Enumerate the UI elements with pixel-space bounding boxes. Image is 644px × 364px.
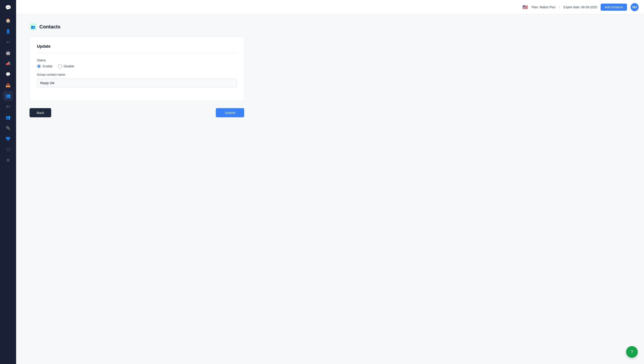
plugin-icon: 🔌 (6, 126, 10, 130)
settings-icon: ⚙ (6, 158, 10, 163)
disable-radio[interactable] (58, 64, 62, 68)
back-button[interactable]: Back (30, 108, 51, 117)
disable-option[interactable]: Disable (58, 64, 74, 68)
submit-button[interactable]: Submit (216, 108, 244, 117)
disable-label: Disable (64, 65, 74, 68)
button-row: Back Submit (30, 108, 244, 117)
flag-icon: 🇺🇸 (522, 5, 528, 10)
page-title: Contacts (39, 24, 60, 30)
sidebar-item-team[interactable]: 👥 (3, 112, 13, 122)
sidebar-item-user[interactable]: 👤 (3, 27, 13, 36)
avatar[interactable]: NU (630, 3, 639, 11)
broadcast-icon: 📣 (6, 61, 10, 66)
group-contact-name-label: Group contact name (37, 73, 237, 76)
status-form-group: Status Enable Disable (37, 58, 237, 68)
contacts-page-icon: 👥 (30, 23, 37, 31)
main-content: 🇺🇸 Plan: Wabot Plus | Expire date: 06-09… (16, 0, 644, 364)
page-header: 👥 Contacts (30, 23, 630, 31)
help-icon: ? (630, 349, 633, 354)
group-contact-name-form-group: Group contact name (37, 73, 237, 87)
status-label: Status (37, 58, 237, 62)
enable-radio[interactable] (37, 64, 41, 68)
help-button[interactable]: ? (626, 346, 638, 358)
add-instance-button[interactable]: Add Instance (600, 4, 627, 11)
user-icon: 👤 (6, 29, 10, 34)
replies-icon: ↩ (6, 40, 10, 45)
card-title: Update (37, 44, 237, 53)
sidebar-item-chat[interactable]: 💬 (3, 69, 13, 79)
tag-icon: 🏷 (6, 104, 10, 109)
expire-date-label: Expire date: 06-09-2025 (564, 5, 597, 9)
heart-icon: 💙 (6, 136, 10, 141)
sidebar-item-plugin[interactable]: 🔌 (3, 123, 13, 133)
network-icon: ⬡ (6, 147, 10, 152)
sidebar-item-tag[interactable]: 🏷 (3, 102, 13, 111)
sidebar-item-contacts[interactable]: 👥 (3, 91, 13, 101)
home-icon: 🏠 (6, 18, 10, 23)
chat-icon: 💬 (6, 72, 10, 77)
sidebar-item-heart[interactable]: 💙 (3, 134, 13, 144)
team-icon: 👥 (6, 115, 10, 120)
sidebar-item-home[interactable]: 🏠 (3, 16, 13, 26)
export-icon: 📤 (6, 83, 10, 88)
sidebar-item-settings[interactable]: ⚙ (3, 155, 13, 165)
sidebar-item-broadcast[interactable]: 📣 (3, 59, 13, 69)
content-area: 👥 Contacts Update Status Enable Disable (16, 14, 644, 364)
contacts-icon: 👥 (6, 93, 10, 98)
enable-option[interactable]: Enable (37, 64, 52, 68)
sidebar: 💬 🏠 👤 ↩ 🤖 📣 💬 📤 👥 🏷 👥 🔌 💙 ⬡ ⚙ (0, 0, 16, 364)
status-radio-group: Enable Disable (37, 64, 237, 68)
bot-icon: 🤖 (6, 50, 10, 55)
contacts-icon: 👥 (31, 25, 35, 29)
plan-label: Plan: Wabot Plus (532, 5, 556, 9)
update-card: Update Status Enable Disable Group (30, 37, 244, 101)
sidebar-item-bot[interactable]: 🤖 (3, 48, 13, 58)
sidebar-logo[interactable]: 💬 (3, 3, 13, 13)
header-divider: | (559, 5, 560, 9)
sidebar-item-export[interactable]: 📤 (3, 80, 13, 90)
sidebar-item-network[interactable]: ⬡ (3, 145, 13, 154)
header: 🇺🇸 Plan: Wabot Plus | Expire date: 06-09… (16, 0, 644, 14)
logo-icon: 💬 (5, 5, 11, 11)
sidebar-item-replies[interactable]: ↩ (3, 37, 13, 47)
group-contact-name-input[interactable] (37, 79, 237, 87)
enable-label: Enable (43, 65, 52, 68)
